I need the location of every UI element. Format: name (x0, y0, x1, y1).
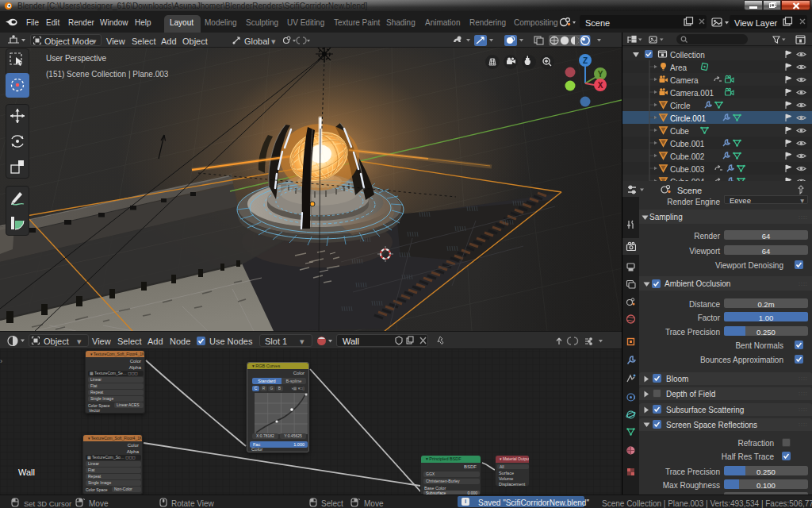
svg-text:Z: Z (583, 56, 588, 65)
svg-text:X: X (598, 81, 603, 90)
svg-text:Y: Y (598, 70, 603, 79)
